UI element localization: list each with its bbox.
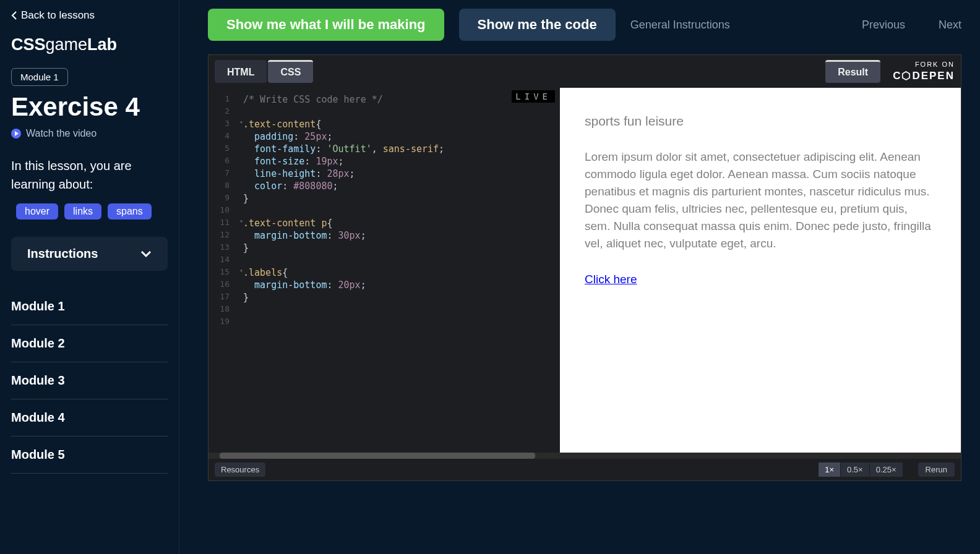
logo: CSSgameLab (11, 35, 168, 54)
zoom-1x[interactable]: 1× (819, 462, 841, 477)
module-4-link[interactable]: Module 4 (11, 399, 168, 437)
module-2-link[interactable]: Module 2 (11, 325, 168, 362)
tag-spans: spans (108, 203, 152, 219)
tab-html[interactable]: HTML (215, 60, 267, 83)
result-preview: sports fun leisure Lorem ipsum dolor sit… (560, 88, 961, 453)
module-1-link[interactable]: Module 1 (11, 288, 168, 325)
show-making-button[interactable]: Show me what I will be making (208, 9, 444, 41)
tag-list: hover links spans (11, 203, 168, 219)
instructions-toggle[interactable]: Instructions (11, 237, 168, 271)
show-code-button[interactable]: Show me the code (459, 9, 616, 41)
back-label: Back to lessons (21, 9, 95, 22)
play-icon (11, 129, 21, 138)
zoom-0-25x[interactable]: 0.25× (870, 462, 903, 477)
module-5-link[interactable]: Module 5 (11, 437, 168, 474)
module-3-link[interactable]: Module 3 (11, 362, 168, 399)
code-editor[interactable]: LIVE 1 /* Write CSS code here */ 2 3▾.te… (208, 88, 560, 453)
general-instructions-link[interactable]: General Instructions (630, 19, 730, 32)
module-badge: Module 1 (11, 68, 68, 86)
live-badge: LIVE (512, 90, 555, 103)
rerun-button[interactable]: Rerun (918, 462, 955, 477)
next-link[interactable]: Next (939, 19, 961, 32)
tag-links: links (64, 203, 101, 219)
module-list: Module 1 Module 2 Module 3 Module 4 Modu… (11, 288, 168, 474)
tag-hover: hover (16, 203, 58, 219)
resources-button[interactable]: Resources (215, 462, 265, 477)
watch-video-link[interactable]: Watch the video (11, 128, 168, 139)
exercise-title: Exercise 4 (11, 92, 168, 122)
result-labels: sports fun leisure (585, 113, 936, 130)
scrollbar-thumb[interactable] (220, 453, 535, 459)
result-paragraph: Lorem ipsum dolor sit amet, consectetuer… (585, 148, 936, 252)
instructions-label: Instructions (27, 247, 98, 261)
zoom-0-5x[interactable]: 0.5× (841, 462, 870, 477)
chevron-down-icon (140, 250, 152, 258)
horizontal-scrollbar[interactable] (208, 453, 961, 459)
back-to-lessons-link[interactable]: Back to lessons (11, 9, 168, 22)
tab-result[interactable]: Result (825, 60, 880, 83)
chevron-left-icon (11, 11, 17, 20)
result-click-here-link[interactable]: Click here (585, 273, 637, 286)
previous-link[interactable]: Previous (862, 19, 905, 32)
watch-video-label: Watch the video (26, 128, 97, 139)
fork-on-codepen[interactable]: FORK ON C⬡DEPEN (893, 60, 955, 82)
codepen-embed: HTML CSS Result FORK ON C⬡DEPEN LIVE 1 /… (208, 54, 961, 481)
tab-css[interactable]: CSS (268, 60, 313, 83)
lesson-intro: In this lesson, you are learning about: (11, 156, 168, 194)
